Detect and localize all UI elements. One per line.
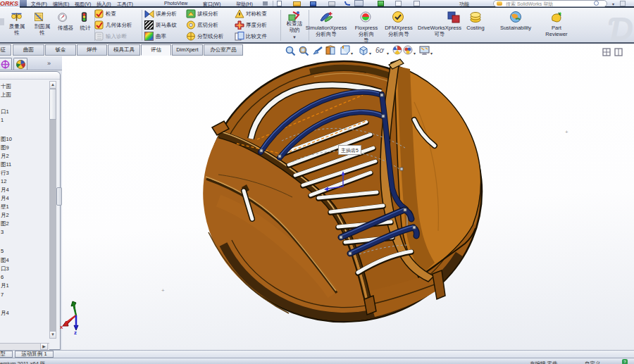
svg-text:z: z <box>74 330 77 334</box>
svg-text:6ơ: 6ơ <box>375 46 385 54</box>
svg-text:x: x <box>60 324 63 330</box>
